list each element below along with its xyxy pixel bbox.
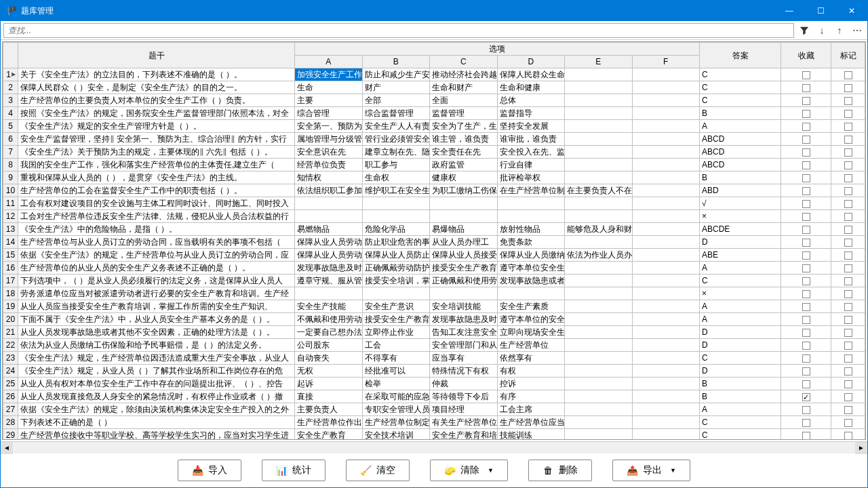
- opt-b-cell[interactable]: 接受安全生产教育: [362, 313, 430, 326]
- opt-c-cell[interactable]: 健康权: [430, 171, 498, 184]
- favorite-checkbox[interactable]: [802, 187, 810, 195]
- favorite-cell[interactable]: [781, 184, 831, 197]
- table-row[interactable]: 9重视和保障从业人员的（ ），是贯穿《安全生产法》的主线。知情权生命权健康权批评…: [3, 171, 865, 184]
- mark-checkbox[interactable]: [844, 367, 852, 375]
- mark-checkbox[interactable]: [844, 187, 852, 195]
- mark-cell[interactable]: [831, 249, 865, 262]
- favorite-checkbox[interactable]: [802, 342, 810, 350]
- opt-a-cell[interactable]: 不佩戴和使用劳动: [295, 313, 363, 326]
- answer-cell[interactable]: ABCD: [700, 133, 781, 146]
- favorite-checkbox[interactable]: [802, 226, 810, 234]
- question-cell[interactable]: 工会有权对建设项目的安全设施与主体工程同时设计、同时施工、同时投入: [18, 197, 295, 210]
- question-cell[interactable]: 从业人员发现事故隐患或者其他不安全因素，正确的处理方法是（ ）。: [18, 326, 295, 339]
- mark-checkbox[interactable]: [844, 264, 852, 272]
- opt-f-cell[interactable]: [632, 365, 700, 378]
- search-input[interactable]: [3, 23, 794, 38]
- question-cell[interactable]: 关于《安全生产法》的立法目的，下列表述不准确的是（ ）。: [18, 68, 295, 81]
- opt-e-cell[interactable]: [565, 81, 633, 94]
- favorite-checkbox[interactable]: [802, 277, 810, 285]
- answer-cell[interactable]: ABCD: [700, 159, 781, 171]
- opt-c-cell[interactable]: 谁主管，谁负责: [430, 133, 498, 146]
- opt-c-cell[interactable]: 为职工缴纳工伤保: [430, 184, 498, 197]
- opt-d-cell[interactable]: 免责条款: [497, 236, 565, 249]
- opt-e-cell[interactable]: 依法为作业人员办: [565, 249, 633, 262]
- opt-b-cell[interactable]: 维护职工在安全生: [362, 184, 430, 197]
- row-number[interactable]: 22: [3, 339, 18, 352]
- opt-a-cell[interactable]: 公司股东: [295, 339, 363, 352]
- answer-cell[interactable]: A: [700, 300, 781, 313]
- opt-e-cell[interactable]: [565, 68, 633, 81]
- table-row[interactable]: 1▶关于《安全生产法》的立法目的，下列表述不准确的是（ ）。加强安全生产工作防止…: [3, 68, 865, 81]
- favorite-checkbox[interactable]: [802, 316, 810, 324]
- row-number[interactable]: 16: [3, 262, 18, 274]
- opt-c-cell[interactable]: 安全管理部门和从: [430, 339, 498, 352]
- opt-c-cell[interactable]: 仲裁: [430, 378, 498, 390]
- row-number[interactable]: 24: [3, 365, 18, 378]
- opt-a-cell[interactable]: 生产经营单位作出: [295, 416, 363, 429]
- minimize-button[interactable]: —: [774, 1, 805, 21]
- opt-c-cell[interactable]: 等待领导下令后: [430, 390, 498, 403]
- opt-a-cell[interactable]: 保障从业人员劳动: [295, 236, 363, 249]
- answer-cell[interactable]: D: [700, 365, 781, 378]
- question-cell[interactable]: 生产经营单位的主要负责人对本单位的安全生产工作（ ）负责。: [18, 94, 295, 107]
- opt-d-cell[interactable]: 立即向现场安全生: [497, 326, 565, 339]
- opt-b-cell[interactable]: 管行业必须管安全: [362, 133, 430, 146]
- opt-e-cell[interactable]: [565, 146, 633, 159]
- row-number[interactable]: 19: [3, 300, 18, 313]
- opt-b-cell[interactable]: 危险化学品: [362, 223, 430, 236]
- favorite-cell[interactable]: [781, 429, 831, 441]
- favorite-checkbox[interactable]: [802, 303, 810, 311]
- opt-b-cell[interactable]: 防止职业危害的事: [362, 236, 430, 249]
- favorite-checkbox[interactable]: [802, 264, 810, 272]
- opt-c-cell[interactable]: 从业人员办理工: [430, 236, 498, 249]
- opt-f-cell[interactable]: [632, 390, 700, 403]
- opt-f-cell[interactable]: [632, 197, 700, 210]
- opt-f-cell[interactable]: [632, 120, 700, 133]
- opt-d-cell[interactable]: 有权: [497, 365, 565, 378]
- answer-cell[interactable]: ABE: [700, 249, 781, 262]
- favorite-checkbox[interactable]: [802, 174, 810, 182]
- table-row[interactable]: 5《安全生产法》规定的安全生产管理方针是（ ）。安全第一、预防为安全生产人人有责…: [3, 120, 865, 133]
- sort-down-icon[interactable]: ↓: [814, 23, 829, 38]
- mark-cell[interactable]: [831, 68, 865, 81]
- favorite-cell[interactable]: [781, 159, 831, 171]
- favorite-checkbox[interactable]: [802, 380, 810, 388]
- mark-cell[interactable]: [831, 365, 865, 378]
- opt-e-cell[interactable]: [565, 403, 633, 416]
- mark-checkbox[interactable]: [844, 239, 852, 247]
- favorite-cell[interactable]: [781, 313, 831, 326]
- table-row[interactable]: 28下列表述不正确的是（ ）生产经营单位作出生产经营单位制定有关生产经营单位生产…: [3, 416, 865, 429]
- mark-cell[interactable]: [831, 390, 865, 403]
- opt-a-cell[interactable]: 依法组织职工参加: [295, 184, 363, 197]
- answer-cell[interactable]: C: [700, 274, 781, 287]
- opt-e-cell[interactable]: [565, 416, 633, 429]
- opt-f-cell[interactable]: [632, 171, 700, 184]
- opt-a-cell[interactable]: 主要负责人: [295, 403, 363, 416]
- opt-d-cell[interactable]: [497, 210, 565, 223]
- opt-e-cell[interactable]: [565, 390, 633, 403]
- more-icon[interactable]: ⋯: [850, 23, 865, 38]
- opt-a-cell[interactable]: 知情权: [295, 171, 363, 184]
- row-number[interactable]: 11: [3, 197, 18, 210]
- favorite-header[interactable]: 收藏: [781, 43, 831, 68]
- opt-c-cell[interactable]: [430, 287, 498, 300]
- table-row[interactable]: 16生产经营单位的从业人员的安全生产义务表述不正确的是（ ）。发现事故隐患及时正…: [3, 262, 865, 274]
- opt-c-cell[interactable]: 生命和财产: [430, 81, 498, 94]
- opt-b-cell[interactable]: 财产: [362, 81, 430, 94]
- mark-cell[interactable]: [831, 197, 865, 210]
- answer-cell[interactable]: B: [700, 378, 781, 390]
- opt-c-cell[interactable]: 安全为了生产，生: [430, 120, 498, 133]
- favorite-checkbox[interactable]: [802, 406, 810, 414]
- favorite-cell[interactable]: [781, 339, 831, 352]
- opt-b-cell[interactable]: 安全技术培训: [362, 429, 430, 441]
- opt-a-cell[interactable]: 一定要自己想办法: [295, 326, 363, 339]
- mark-checkbox[interactable]: [844, 303, 852, 311]
- opt-d-cell[interactable]: 保障人民群众生命: [497, 68, 565, 81]
- question-cell[interactable]: 从业人员发现直接危及人身安全的紧急情况时，有权停止作业或者（ ）撤: [18, 390, 295, 403]
- question-cell[interactable]: 重视和保障从业人员的（ ），是贯穿《安全生产法》的主线。: [18, 171, 295, 184]
- opt-f-cell[interactable]: [632, 146, 700, 159]
- row-number[interactable]: 27: [3, 403, 18, 416]
- opt-b-cell[interactable]: 安全生产意识: [362, 300, 430, 313]
- mark-checkbox[interactable]: [844, 277, 852, 285]
- favorite-checkbox[interactable]: [802, 290, 810, 298]
